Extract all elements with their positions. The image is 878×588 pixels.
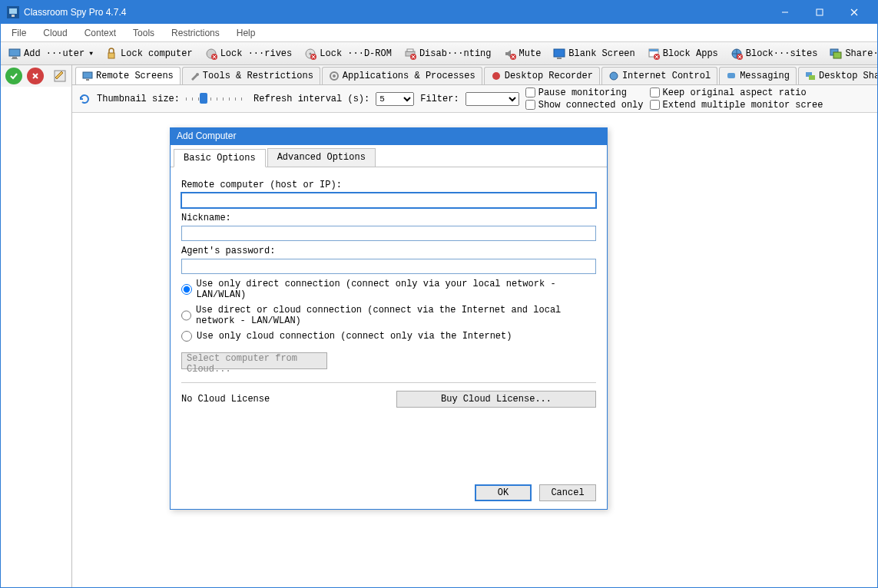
blank-screen-icon bbox=[553, 48, 565, 60]
svg-rect-52 bbox=[809, 75, 815, 80]
wrench-icon bbox=[189, 71, 200, 81]
tab-desktop-recorder[interactable]: Desktop Recorder bbox=[484, 67, 600, 84]
show-connected-checkbox[interactable]: Show connected only bbox=[525, 100, 644, 111]
options-bar: Thumbnail size: Refresh interval (s): 5 … bbox=[72, 85, 878, 113]
lock-cdrom-label: Lock ···D-ROM bbox=[320, 48, 392, 59]
svg-rect-44 bbox=[83, 72, 92, 78]
monitor-add-icon bbox=[8, 48, 21, 60]
ok-button[interactable]: OK bbox=[475, 484, 532, 501]
monitor-icon bbox=[82, 71, 93, 81]
titlebar: Classroom Spy Pro 4.7.4 bbox=[1, 1, 877, 24]
dialog-tab-advanced[interactable]: Advanced Options bbox=[267, 148, 376, 167]
record-icon bbox=[491, 71, 502, 81]
menu-tools[interactable]: Tools bbox=[125, 25, 162, 41]
mute-button[interactable]: Mute bbox=[499, 46, 546, 61]
refresh-icon[interactable] bbox=[78, 93, 91, 105]
tab-remote-screens[interactable]: Remote Screens bbox=[75, 67, 181, 84]
dialog-buttons: OK Cancel bbox=[171, 477, 607, 509]
close-button[interactable] bbox=[837, 1, 871, 24]
cdrom-lock-icon bbox=[304, 48, 316, 60]
mute-label: Mute bbox=[519, 48, 542, 59]
tab-apps-processes[interactable]: Applications & Processes bbox=[322, 67, 482, 84]
app-icon bbox=[7, 6, 19, 18]
no-license-label: No Cloud License bbox=[181, 394, 270, 405]
block-apps-button[interactable]: Block Apps bbox=[643, 46, 723, 61]
svg-point-47 bbox=[333, 74, 336, 78]
svg-rect-8 bbox=[12, 57, 17, 58]
lock-cdrom-button[interactable]: Lock ···D-ROM bbox=[300, 46, 396, 61]
disable-printing-button[interactable]: Disab···nting bbox=[399, 46, 496, 61]
nickname-label: Nickname: bbox=[181, 213, 596, 223]
keep-ratio-checkbox[interactable]: Keep original aspect ratio bbox=[650, 88, 823, 98]
svg-rect-31 bbox=[649, 49, 658, 51]
dialog-tab-basic[interactable]: Basic Options bbox=[174, 149, 266, 167]
menu-cloud[interactable]: Cloud bbox=[35, 25, 75, 41]
svg-rect-40 bbox=[833, 52, 841, 58]
globe-block-icon bbox=[731, 48, 743, 60]
printer-block-icon bbox=[404, 48, 416, 60]
buy-license-button[interactable]: Buy Cloud License... bbox=[396, 391, 596, 408]
radio-cloud[interactable]: Use only cloud connection (connect only … bbox=[181, 331, 596, 342]
tab-internet-control[interactable]: Internet Control bbox=[601, 67, 717, 84]
block-sites-button[interactable]: Block···sites bbox=[726, 46, 823, 61]
divider bbox=[181, 382, 596, 383]
share-desktop-icon bbox=[830, 48, 842, 60]
tab-label: Tools & Restrictions bbox=[203, 71, 313, 81]
tab-tools-restrictions[interactable]: Tools & Restrictions bbox=[182, 67, 320, 84]
deselect-all-button[interactable] bbox=[27, 68, 44, 84]
svg-rect-29 bbox=[557, 58, 562, 59]
svg-rect-21 bbox=[407, 49, 413, 51]
svg-rect-2 bbox=[12, 15, 15, 17]
password-label: Agent's password: bbox=[181, 246, 596, 256]
block-sites-label: Block···sites bbox=[746, 48, 818, 59]
svg-point-16 bbox=[310, 52, 312, 55]
menu-help[interactable]: Help bbox=[229, 25, 263, 41]
tab-label: Desktop Shari bbox=[819, 71, 878, 81]
menu-file[interactable]: File bbox=[4, 25, 34, 41]
menu-context[interactable]: Context bbox=[77, 25, 124, 41]
cancel-button[interactable]: Cancel bbox=[539, 484, 596, 501]
host-input[interactable] bbox=[181, 193, 596, 208]
lock-computer-button[interactable]: Lock computer bbox=[101, 46, 197, 61]
thumbnail-slider[interactable] bbox=[186, 97, 247, 101]
dialog-body: Remote computer (host or IP): Nickname: … bbox=[171, 167, 607, 477]
refresh-interval-select[interactable]: 5 bbox=[376, 92, 414, 106]
tab-desktop-sharing[interactable]: Desktop Shari bbox=[798, 67, 878, 84]
share-desktop-button[interactable]: Share···sktop bbox=[825, 46, 878, 61]
blank-screen-label: Blank Screen bbox=[568, 48, 634, 59]
minimize-button[interactable] bbox=[767, 1, 802, 24]
radio-direct[interactable]: Use only direct connection (connect only… bbox=[181, 279, 596, 300]
drive-lock-icon bbox=[205, 48, 217, 60]
filter-select[interactable] bbox=[466, 92, 519, 106]
password-input[interactable] bbox=[181, 259, 596, 274]
svg-rect-10 bbox=[108, 53, 114, 58]
menu-restrictions[interactable]: Restrictions bbox=[164, 25, 227, 41]
svg-point-49 bbox=[610, 72, 618, 80]
lock-drives-button[interactable]: Lock ···rives bbox=[200, 46, 297, 61]
nickname-input[interactable] bbox=[181, 226, 596, 241]
lock-computer-label: Lock computer bbox=[121, 48, 193, 59]
computer-tree[interactable] bbox=[1, 87, 71, 587]
host-label: Remote computer (host or IP): bbox=[181, 180, 596, 190]
add-computer-button[interactable]: Add ···uter ▼ bbox=[4, 46, 98, 61]
edit-list-button[interactable] bbox=[53, 69, 67, 83]
blank-screen-button[interactable]: Blank Screen bbox=[548, 46, 639, 61]
lock-icon bbox=[105, 48, 118, 60]
svg-point-48 bbox=[492, 72, 500, 80]
left-panel bbox=[1, 65, 72, 587]
gear-icon bbox=[329, 71, 340, 81]
svg-rect-45 bbox=[86, 79, 89, 81]
svg-rect-7 bbox=[9, 49, 20, 56]
maximize-button[interactable] bbox=[802, 1, 837, 24]
tab-label: Messaging bbox=[740, 71, 790, 81]
pause-monitoring-checkbox[interactable]: Pause monitoring bbox=[525, 88, 644, 98]
dialog-tabs: Basic Options Advanced Options bbox=[171, 145, 607, 167]
share-icon bbox=[805, 71, 816, 81]
svg-rect-9 bbox=[12, 58, 18, 59]
globe-icon bbox=[608, 71, 619, 81]
select-all-button[interactable] bbox=[5, 68, 22, 84]
extend-monitor-checkbox[interactable]: Extend multiple monitor scree bbox=[650, 100, 823, 111]
radio-both[interactable]: Use direct or cloud connection (connect … bbox=[181, 305, 596, 326]
tab-messaging[interactable]: Messaging bbox=[719, 67, 797, 84]
thumbnail-size-label: Thumbnail size: bbox=[97, 94, 180, 104]
